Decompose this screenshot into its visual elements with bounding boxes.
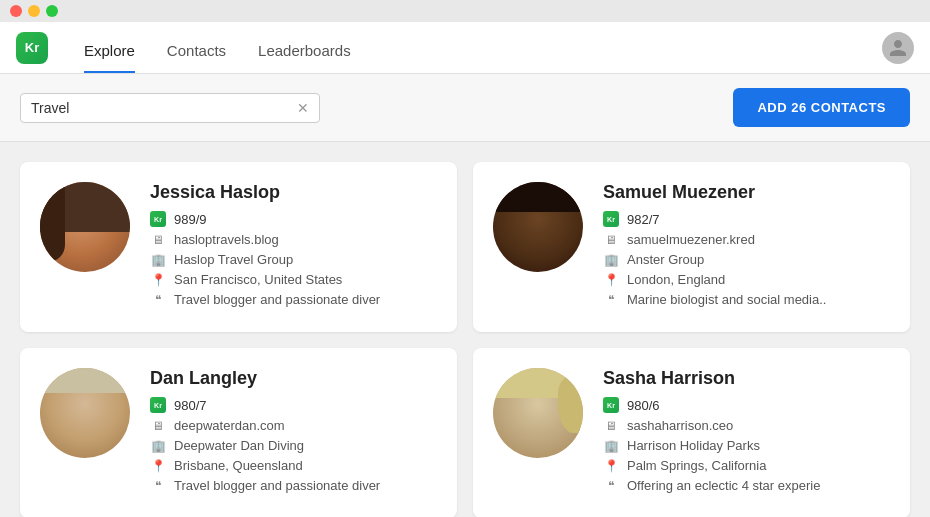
contact-score: Kr 980/7	[150, 397, 437, 413]
app-logo: Kr	[16, 32, 48, 64]
contact-website: 🖥 sashaharrison.ceo	[603, 418, 890, 433]
contact-score: Kr 980/6	[603, 397, 890, 413]
contact-location: 📍 Brisbane, Queensland	[150, 458, 437, 473]
monitor-icon: 🖥	[150, 233, 166, 247]
navbar: Kr Explore Contacts Leaderboards	[0, 22, 930, 74]
close-button[interactable]	[10, 5, 22, 17]
monitor-icon: 🖥	[150, 419, 166, 433]
contact-info-dan: Dan Langley Kr 980/7 🖥 deepwaterdan.com …	[150, 368, 437, 498]
nav-tab-explore[interactable]: Explore	[68, 22, 151, 73]
avatar-jessica	[40, 182, 130, 272]
avatar-sasha	[493, 368, 583, 458]
kred-icon: Kr	[150, 397, 166, 413]
contact-score: Kr 982/7	[603, 211, 890, 227]
nav-tab-contacts[interactable]: Contacts	[151, 22, 242, 73]
toolbar: ✕ ADD 26 CONTACTS	[0, 74, 930, 142]
contact-card-sasha[interactable]: Sasha Harrison Kr 980/6 🖥 sashaharrison.…	[473, 348, 910, 517]
minimize-button[interactable]	[28, 5, 40, 17]
location-icon: 📍	[150, 459, 166, 473]
contact-location: 📍 Palm Springs, California	[603, 458, 890, 473]
avatar-samuel	[493, 182, 583, 272]
building-icon: 🏢	[603, 253, 619, 267]
contact-company: 🏢 Haslop Travel Group	[150, 252, 437, 267]
contact-website: 🖥 deepwaterdan.com	[150, 418, 437, 433]
contact-card-samuel[interactable]: Samuel Muezener Kr 982/7 🖥 samuelmuezene…	[473, 162, 910, 332]
quote-icon: ❝	[603, 479, 619, 493]
contact-company: 🏢 Anster Group	[603, 252, 890, 267]
contact-info-jessica: Jessica Haslop Kr 989/9 🖥 hasloptravels.…	[150, 182, 437, 312]
kred-icon: Kr	[603, 397, 619, 413]
search-input[interactable]	[31, 100, 289, 116]
monitor-icon: 🖥	[603, 233, 619, 247]
contact-card-jessica[interactable]: Jessica Haslop Kr 989/9 🖥 hasloptravels.…	[20, 162, 457, 332]
contact-website: 🖥 samuelmuezener.kred	[603, 232, 890, 247]
nav-tabs: Explore Contacts Leaderboards	[68, 22, 367, 73]
contact-bio: ❝ Marine biologist and social media..	[603, 292, 890, 307]
maximize-button[interactable]	[46, 5, 58, 17]
contact-info-sasha: Sasha Harrison Kr 980/6 🖥 sashaharrison.…	[603, 368, 890, 498]
add-contacts-button[interactable]: ADD 26 CONTACTS	[733, 88, 910, 127]
contact-location: 📍 London, England	[603, 272, 890, 287]
quote-icon: ❝	[150, 293, 166, 307]
location-icon: 📍	[150, 273, 166, 287]
quote-icon: ❝	[603, 293, 619, 307]
user-avatar[interactable]	[882, 32, 914, 64]
location-icon: 📍	[603, 273, 619, 287]
contact-company: 🏢 Deepwater Dan Diving	[150, 438, 437, 453]
contact-score: Kr 989/9	[150, 211, 437, 227]
kred-icon: Kr	[603, 211, 619, 227]
kred-icon: Kr	[150, 211, 166, 227]
contact-bio: ❝ Travel blogger and passionate diver	[150, 478, 437, 493]
contact-bio: ❝ Offering an eclectic 4 star experie	[603, 478, 890, 493]
contact-website: 🖥 hasloptravels.blog	[150, 232, 437, 247]
contact-card-dan[interactable]: Dan Langley Kr 980/7 🖥 deepwaterdan.com …	[20, 348, 457, 517]
search-clear-button[interactable]: ✕	[297, 100, 309, 116]
contact-name: Sasha Harrison	[603, 368, 890, 389]
contact-company: 🏢 Harrison Holiday Parks	[603, 438, 890, 453]
contacts-grid: Jessica Haslop Kr 989/9 🖥 hasloptravels.…	[0, 142, 930, 517]
nav-tab-leaderboards[interactable]: Leaderboards	[242, 22, 367, 73]
monitor-icon: 🖥	[603, 419, 619, 433]
contact-bio: ❝ Travel blogger and passionate diver	[150, 292, 437, 307]
contact-name: Jessica Haslop	[150, 182, 437, 203]
contact-location: 📍 San Francisco, United States	[150, 272, 437, 287]
location-icon: 📍	[603, 459, 619, 473]
building-icon: 🏢	[603, 439, 619, 453]
contact-info-samuel: Samuel Muezener Kr 982/7 🖥 samuelmuezene…	[603, 182, 890, 312]
avatar-dan	[40, 368, 130, 458]
title-bar	[0, 0, 930, 22]
search-box: ✕	[20, 93, 320, 123]
quote-icon: ❝	[150, 479, 166, 493]
building-icon: 🏢	[150, 439, 166, 453]
building-icon: 🏢	[150, 253, 166, 267]
contact-name: Dan Langley	[150, 368, 437, 389]
contact-name: Samuel Muezener	[603, 182, 890, 203]
